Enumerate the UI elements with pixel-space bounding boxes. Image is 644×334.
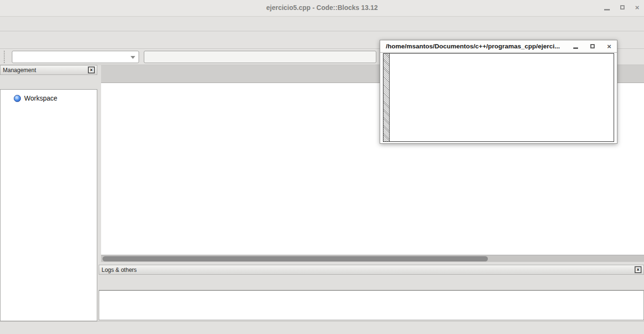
codeblocks-window: ejercicio5.cpp - Code::Blocks 13.12 × Ma… [0, 0, 644, 334]
terminal-output[interactable] [392, 55, 613, 140]
management-title: Management [3, 67, 88, 74]
projects-tree[interactable]: Workspace [0, 89, 97, 321]
statusbar [0, 321, 644, 334]
terminal-scrollbar[interactable] [383, 54, 390, 141]
terminal-minimize-icon[interactable] [573, 47, 578, 49]
logs-panel: Logs & others × [99, 265, 644, 321]
titlebar: ejercicio5.cpp - Code::Blocks 13.12 × [0, 0, 644, 17]
editor-horizontal-scrollbar[interactable] [101, 255, 644, 262]
chevron-down-icon [131, 56, 135, 59]
window-title: ejercicio5.cpp - Code::Blocks 13.12 [0, 4, 644, 11]
scope-combo[interactable] [12, 51, 139, 63]
terminal-window: /home/msantos/Documentos/c++/programas_c… [380, 40, 617, 144]
globe-icon [14, 95, 21, 102]
logs-tabs [99, 275, 644, 290]
management-tabs [0, 75, 97, 89]
terminal-titlebar[interactable]: /home/msantos/Documentos/c++/programas_c… [380, 40, 617, 53]
build-log-output[interactable] [99, 290, 644, 320]
logs-caption: Logs & others × [99, 265, 644, 275]
maximize-icon[interactable] [620, 5, 625, 9]
minimize-icon[interactable] [604, 9, 610, 10]
workspace-label: Workspace [24, 94, 57, 102]
terminal-maximize-icon[interactable] [590, 44, 595, 48]
logs-close-icon[interactable]: × [635, 267, 641, 273]
symbol-field[interactable] [144, 51, 376, 63]
terminal-close-icon[interactable]: × [607, 43, 611, 49]
terminal-title: /home/msantos/Documentos/c++/programas_c… [386, 43, 561, 50]
logs-title: Logs & others [102, 267, 635, 273]
close-icon[interactable]: × [635, 4, 639, 11]
menubar [0, 17, 644, 31]
workspace-item[interactable]: Workspace [0, 90, 97, 102]
management-close-icon[interactable]: × [88, 67, 94, 73]
management-caption: Management × [0, 65, 97, 75]
terminal-body [383, 53, 614, 142]
management-panel: Management × Workspace [0, 65, 97, 321]
toolbar-grip[interactable] [4, 51, 7, 63]
scrollbar-thumb[interactable] [103, 256, 488, 261]
